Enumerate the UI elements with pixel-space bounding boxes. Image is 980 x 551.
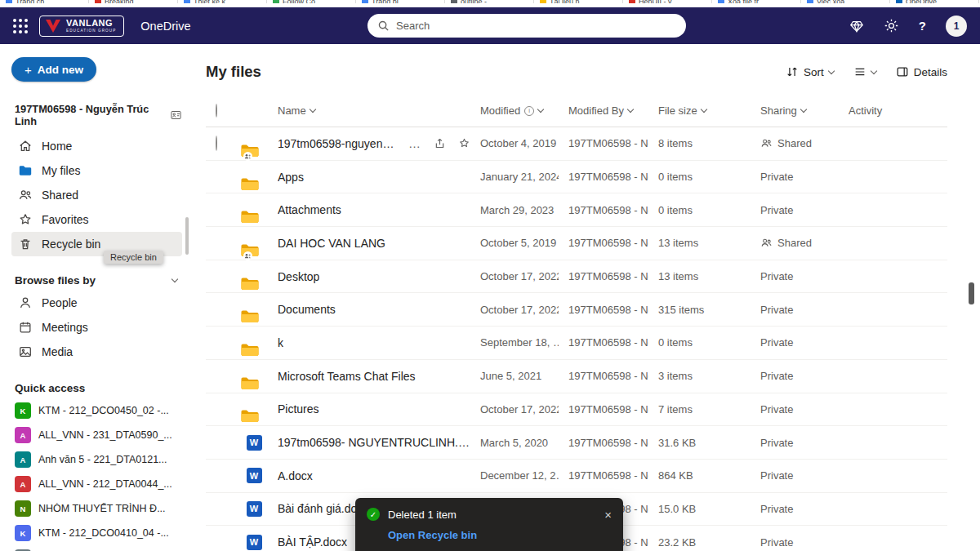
add-new-button[interactable]: + Add new [11, 57, 96, 82]
file-name[interactable]: Desktop [278, 270, 319, 283]
sharing-status[interactable]: Private [760, 403, 793, 415]
table-row[interactable]: W 197tm06598- NGUYENTRUCLINH.docx … Marc… [206, 426, 947, 460]
file-name[interactable]: Attachments [278, 203, 341, 216]
table-row[interactable]: W 197tm06598-nguyentruclinh … October 4,… [206, 127, 947, 161]
browser-tab[interactable]: Trang ch... [0, 0, 89, 3]
column-header-activity[interactable]: Activity [839, 104, 947, 117]
quick-access-item[interactable]: N NHÓM THUYẾT TRÌNH Đ... [11, 496, 182, 521]
plus-icon: + [24, 63, 32, 77]
table-row[interactable]: W DAI HOC VAN LANG … October 5, 2019 197… [206, 227, 947, 260]
sidebar-item-favorites[interactable]: Favorites [11, 207, 182, 232]
file-name[interactable]: Pictures [278, 402, 319, 415]
sharing-status[interactable]: Private [760, 536, 793, 549]
app-launcher-icon[interactable] [13, 19, 28, 33]
sharing-status[interactable]: Shared [777, 137, 812, 149]
file-name[interactable]: k [278, 336, 283, 349]
browser-tab[interactable]: Follow Co... [267, 0, 356, 3]
quick-access-item[interactable]: K KTM - 212_DCO0410_04 -... [11, 521, 182, 545]
column-header-name[interactable]: Name [268, 104, 470, 117]
sidebar-item-media[interactable]: Media [11, 340, 182, 364]
file-name[interactable]: Microsoft Teams Chat Files [278, 370, 416, 383]
sidebar-item-my-files[interactable]: My files [11, 158, 182, 183]
quick-access-item[interactable]: A ALL_VNN - 212_DTA0044_... [11, 472, 182, 496]
sidebar-item-people[interactable]: People [11, 291, 182, 315]
account-avatar[interactable]: 1 [946, 16, 967, 37]
view-options-button[interactable] [853, 65, 876, 78]
settings-gear-icon[interactable] [884, 18, 899, 33]
open-recycle-bin-link[interactable]: Open Recycle bin [388, 529, 477, 541]
chevron-down-icon [537, 106, 544, 113]
sharing-status[interactable]: Private [760, 336, 793, 349]
table-row[interactable]: W k … September 18, … 197TM06598 - Ngu 0… [206, 327, 947, 360]
sharing-status[interactable]: Shared [777, 237, 812, 249]
table-row[interactable]: W Apps … January 21, 2024 197TM06598 - N… [206, 161, 947, 194]
select-all-checkbox[interactable] [216, 104, 217, 118]
browse-files-by-header[interactable]: Browse files by [11, 269, 182, 291]
table-row[interactable]: W Pictures … October 17, 2022 197TM06598… [206, 393, 947, 427]
quick-access-badge: K [15, 402, 31, 419]
file-size: 0 items [648, 171, 751, 183]
details-button[interactable]: Details [896, 65, 947, 78]
share-icon[interactable] [434, 137, 446, 149]
search-input[interactable] [396, 20, 676, 32]
file-name[interactable]: 197tm06598- NGUYENTRUCLINH.docx [278, 436, 470, 449]
file-name[interactable]: BÀI TẬP.docx [278, 535, 347, 549]
tab-favicon [362, 0, 368, 3]
search-bar[interactable] [368, 14, 686, 38]
sharing-status[interactable]: Private [760, 204, 793, 216]
sharing-status[interactable]: Private [760, 171, 793, 183]
modified-by: 197TM06598 - Ngu [559, 403, 648, 415]
column-header-modified[interactable]: Modified i [470, 104, 559, 117]
sharing-status[interactable]: Private [760, 270, 793, 282]
help-icon[interactable]: ? [919, 19, 926, 33]
toast-close-icon[interactable]: × [604, 509, 612, 521]
column-header-file-size[interactable]: File size [648, 104, 751, 117]
chevron-down-icon [800, 106, 807, 113]
browser-tab[interactable]: OneDrive [890, 0, 979, 3]
vanlang-logo[interactable]: VANLANG EDUCATION GROUP [39, 16, 124, 37]
sharing-status[interactable]: Private [760, 304, 793, 316]
sharing-status[interactable]: Private [760, 437, 793, 449]
browser-tab[interactable]: HenUII - v... [623, 0, 712, 3]
table-row[interactable]: W Attachments … March 29, 2023 197TM0659… [206, 193, 947, 227]
browser-tab[interactable]: outline -... [445, 0, 534, 3]
browser-tab[interactable]: Việc xóa... [801, 0, 890, 3]
table-row[interactable]: W Desktop … October 17, 2022 197TM06598 … [206, 260, 947, 294]
table-row[interactable]: W Microsoft Teams Chat Files … June 5, 2… [206, 360, 947, 393]
main-content: My files Sort [192, 44, 980, 551]
account-name[interactable]: 197TM06598 - Nguyễn Trúc Linh [15, 103, 182, 127]
table-row[interactable]: W Documents … October 17, 2022 197TM0659… [206, 293, 947, 327]
quick-access-item[interactable]: A ALL_VNN - 231_DTA0590_... [11, 423, 182, 447]
premium-diamond-icon[interactable] [849, 19, 864, 33]
file-name[interactable]: Apps [278, 171, 304, 184]
file-name[interactable]: Documents [278, 303, 336, 316]
favorite-star-icon[interactable] [458, 137, 470, 149]
main-scrollbar[interactable] [969, 282, 974, 304]
browser-tab[interactable]: Trang bị... [356, 0, 445, 3]
column-header-modified-by[interactable]: Modified By [559, 104, 648, 117]
sharing-status[interactable]: Private [760, 370, 793, 382]
row-checkbox[interactable] [216, 136, 217, 151]
column-header-sharing[interactable]: Sharing [751, 104, 839, 117]
modified-date: October 17, 2022 [470, 304, 559, 316]
sidebar-scrollbar[interactable] [185, 217, 189, 255]
file-name[interactable]: DAI HOC VAN LANG [278, 237, 385, 250]
sharing-status[interactable]: Private [760, 503, 793, 515]
file-name[interactable]: A.docx [278, 469, 313, 482]
browser-tab[interactable]: Thiết kế k... [178, 0, 267, 3]
browser-tab[interactable]: Breaking... [89, 0, 178, 3]
sidebar-item-shared[interactable]: Shared [11, 183, 182, 207]
sidebar-item-home[interactable]: Home [11, 134, 182, 158]
word-file-icon: W [247, 535, 262, 550]
sharing-status[interactable]: Private [760, 469, 793, 482]
file-size: 0 items [648, 336, 751, 349]
sidebar-item-meetings[interactable]: Meetings [11, 315, 182, 340]
browser-tab[interactable]: Tài liệu n... [534, 0, 623, 3]
sort-button[interactable]: Sort [786, 65, 834, 78]
quick-access-item[interactable]: K KTM - 212_DCO0450_02 -... [11, 398, 182, 423]
table-row[interactable]: W A.docx … December 12, 2… 197TM06598 - … [206, 460, 947, 493]
quick-access-item[interactable]: K KTM - 212_DCO0173_01 -... [11, 545, 182, 551]
quick-access-item[interactable]: A Anh văn 5 - 221_DTA0121... [11, 447, 182, 472]
browser-tab[interactable]: Xóa file tr... [712, 0, 801, 3]
file-name[interactable]: 197tm06598-nguyentruclinh [278, 137, 397, 150]
